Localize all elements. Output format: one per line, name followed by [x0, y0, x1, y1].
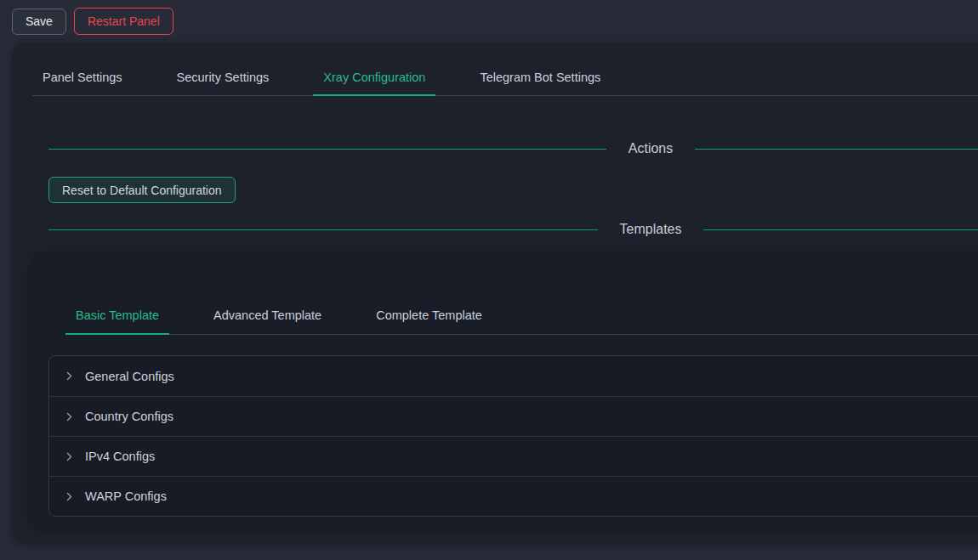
chevron-right-icon	[64, 371, 75, 382]
config-accordion: General Configs Country Configs IPv4 Con…	[48, 355, 978, 517]
divider-line-left	[48, 149, 606, 150]
tab-telegram-bot-settings[interactable]: Telegram Bot Settings	[469, 63, 611, 95]
divider-line-right	[695, 149, 978, 150]
reset-default-configuration-button[interactable]: Reset to Default Configuration	[48, 177, 236, 203]
divider-line-right	[703, 229, 978, 230]
template-tabbar: Basic Template Advanced Template Complet…	[65, 301, 978, 335]
tab-security-settings[interactable]: Security Settings	[167, 63, 280, 95]
templates-divider-label: Templates	[620, 222, 682, 237]
chevron-right-icon	[64, 491, 75, 502]
templates-divider: Templates	[48, 219, 978, 240]
tab-advanced-template[interactable]: Advanced Template	[203, 301, 332, 334]
tab-panel-settings[interactable]: Panel Settings	[32, 63, 133, 95]
tab-complete-template[interactable]: Complete Template	[366, 301, 492, 334]
accordion-label: IPv4 Configs	[85, 450, 155, 463]
divider-line-left	[48, 229, 598, 230]
settings-tabbar: Panel Settings Security Settings Xray Co…	[32, 63, 978, 96]
actions-divider-label: Actions	[628, 141, 673, 156]
accordion-ipv4-configs[interactable]: IPv4 Configs	[49, 436, 978, 476]
accordion-general-configs[interactable]: General Configs	[49, 356, 978, 396]
topbar: Save Restart Panel	[0, 0, 978, 42]
save-button[interactable]: Save	[12, 8, 66, 35]
chevron-right-icon	[64, 451, 75, 462]
chevron-right-icon	[64, 411, 75, 422]
accordion-label: Country Configs	[85, 410, 173, 423]
accordion-warp-configs[interactable]: WARP Configs	[49, 476, 978, 516]
accordion-country-configs[interactable]: Country Configs	[49, 396, 978, 436]
accordion-label: General Configs	[85, 370, 174, 383]
accordion-label: WARP Configs	[85, 489, 167, 503]
tab-xray-configuration[interactable]: Xray Configuration	[313, 63, 435, 95]
tab-basic-template[interactable]: Basic Template	[65, 301, 169, 334]
actions-divider: Actions	[48, 139, 978, 159]
settings-card: Panel Settings Security Settings Xray Co…	[12, 42, 978, 543]
restart-panel-button[interactable]: Restart Panel	[74, 8, 173, 35]
templates-card: Basic Template Advanced Template Complet…	[30, 252, 978, 529]
